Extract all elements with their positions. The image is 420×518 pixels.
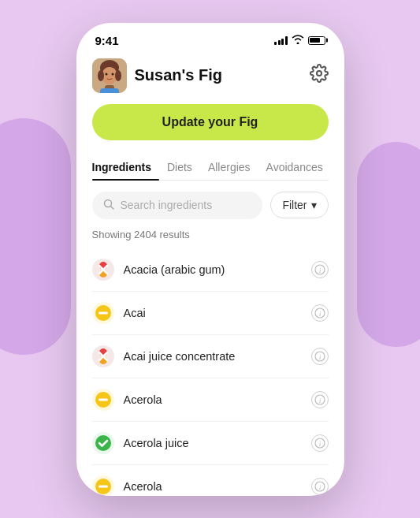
list-item: Acerola juice i — [92, 422, 329, 465]
svg-rect-21 — [98, 311, 108, 314]
info-button[interactable]: i — [311, 391, 329, 408]
filter-button[interactable]: Filter ▾ — [270, 192, 328, 218]
ingredient-name: Acerola — [124, 480, 311, 493]
list-item: Acerola i — [92, 465, 329, 496]
status-icon-red-x — [92, 345, 114, 367]
info-button[interactable]: i — [311, 348, 329, 365]
tab-allergies[interactable]: Allergies — [200, 155, 258, 180]
profile-left: Susan's Fig — [92, 58, 222, 93]
search-placeholder: Search ingredients — [121, 199, 213, 211]
battery-icon — [308, 36, 325, 45]
wifi-icon — [292, 35, 304, 47]
ingredient-name: Acai juice concentrate — [124, 350, 311, 363]
chevron-down-icon: ▾ — [311, 199, 317, 211]
info-button[interactable]: i — [311, 434, 329, 452]
list-item: Acai i — [92, 292, 329, 335]
svg-point-37 — [95, 435, 111, 451]
svg-rect-42 — [98, 485, 108, 487]
signal-icon — [274, 35, 288, 45]
avatar — [92, 58, 127, 93]
ingredient-name: Acerola juice — [124, 437, 311, 449]
svg-text:i: i — [318, 397, 320, 404]
svg-point-3 — [98, 70, 104, 81]
list-item: Acacia (arabic gum) i — [92, 248, 329, 292]
status-icon-yellow-minus — [92, 389, 114, 411]
tab-avoidances[interactable]: Avoidances — [258, 155, 331, 180]
svg-rect-33 — [98, 398, 108, 401]
ingredient-name: Acacia (arabic gum) — [124, 263, 311, 276]
list-item: Acai juice concentrate i — [92, 335, 329, 378]
svg-text:i: i — [318, 267, 320, 274]
svg-point-9 — [317, 71, 322, 76]
svg-text:i: i — [318, 354, 320, 361]
svg-text:i: i — [318, 311, 320, 318]
search-icon — [103, 199, 114, 212]
info-button[interactable]: i — [311, 304, 329, 322]
ingredient-list: Acacia (arabic gum) i — [92, 248, 329, 496]
phone-content: Susan's Fig Update your Fig Ingredients … — [76, 52, 344, 496]
profile-header: Susan's Fig — [92, 52, 329, 104]
bg-circle-right — [357, 142, 420, 347]
status-icon-red-x — [92, 259, 114, 281]
tab-ingredients[interactable]: Ingredients — [92, 155, 159, 180]
svg-point-4 — [115, 70, 121, 81]
info-button[interactable]: i — [311, 261, 329, 278]
status-icons — [274, 35, 325, 47]
status-icon-yellow-minus — [92, 475, 114, 496]
svg-text:i: i — [318, 441, 320, 448]
status-time: 9:41 — [95, 34, 119, 47]
status-icon-yellow-minus — [92, 302, 114, 324]
status-bar: 9:41 — [76, 23, 344, 52]
svg-point-6 — [111, 73, 113, 75]
search-row: Search ingredients Filter ▾ — [92, 192, 329, 219]
svg-point-5 — [105, 73, 107, 75]
ingredient-name: Acerola — [124, 393, 311, 406]
username: Susan's Fig — [135, 66, 222, 84]
phone-screen: 9:41 — [76, 23, 344, 496]
results-count: Showing 2404 results — [92, 229, 329, 240]
list-item: Acerola i — [92, 378, 329, 422]
status-icon-green-check — [92, 432, 114, 454]
settings-icon[interactable] — [310, 64, 329, 88]
ingredient-name: Acai — [124, 307, 311, 319]
svg-text:i: i — [318, 484, 320, 491]
tab-diets[interactable]: Diets — [159, 155, 200, 180]
svg-rect-8 — [100, 88, 119, 93]
tab-bar: Ingredients Diets Allergies Avoidances — [92, 155, 329, 181]
search-box[interactable]: Search ingredients — [92, 192, 263, 219]
info-button[interactable]: i — [311, 478, 329, 495]
update-fig-button[interactable]: Update your Fig — [92, 104, 329, 140]
phone-frame: 9:41 — [76, 23, 344, 496]
svg-line-11 — [110, 206, 113, 209]
bg-circle-left — [0, 118, 71, 355]
